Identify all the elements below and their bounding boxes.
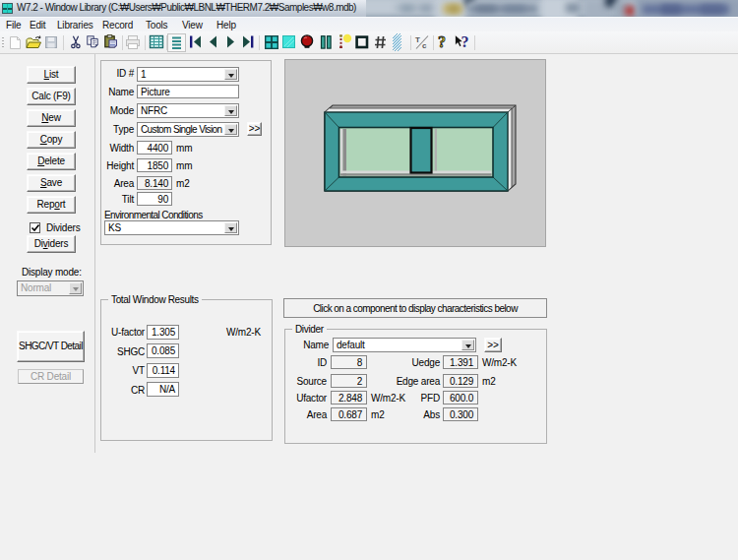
svg-text:T: T bbox=[415, 35, 420, 44]
svg-text:c: c bbox=[422, 41, 427, 50]
svg-text:?: ? bbox=[438, 33, 446, 50]
svg-text:?: ? bbox=[461, 33, 469, 50]
